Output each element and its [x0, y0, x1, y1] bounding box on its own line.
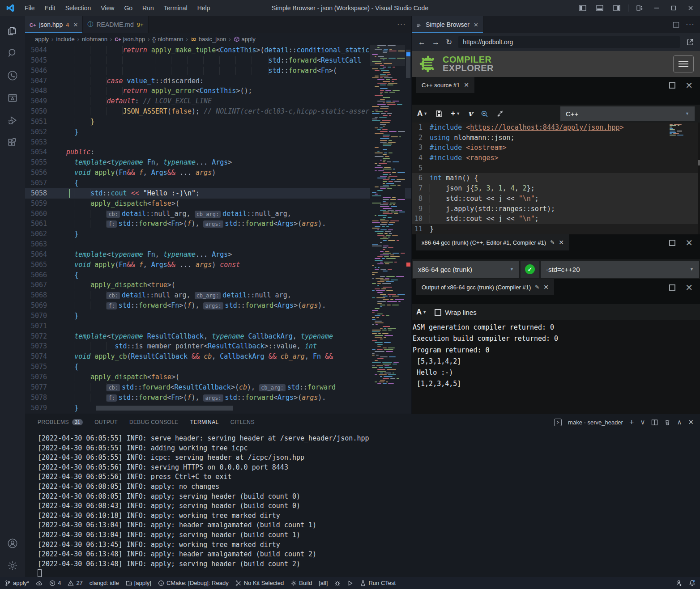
close-pane-icon[interactable]: ✕ [685, 82, 693, 89]
status-cmake-status[interactable]: CMake: [Debug]: Ready [158, 580, 229, 586]
status-cmake-kit[interactable]: No Kit Selected [235, 580, 284, 586]
back-icon[interactable]: ← [418, 38, 426, 46]
vim-mode-icon[interactable]: v [468, 109, 473, 118]
rename-pane-icon[interactable]: ✎ [550, 239, 555, 246]
language-select[interactable]: C++▼ [560, 106, 695, 121]
compiler-pane-tab[interactable]: x86-64 gcc (trunk) (C++, Editor #1, Comp… [416, 234, 569, 250]
status-debug-target[interactable] [334, 580, 341, 586]
breadcrumb-item-apply[interactable]: apply [35, 36, 49, 42]
close-pane-icon[interactable]: ✕ [559, 239, 564, 246]
menu-terminal[interactable]: Terminal [160, 3, 192, 13]
close-tab-icon[interactable]: ✕ [474, 21, 478, 28]
close-pane-icon[interactable]: ✕ [543, 284, 549, 291]
panel-tab-gitlens[interactable]: GITLENS [230, 414, 255, 430]
maximize-panel-icon[interactable]: ∧ [677, 418, 682, 426]
status-publish-changes[interactable] [36, 580, 43, 586]
minimap[interactable] [370, 45, 405, 414]
status-clangd-status[interactable]: clangd: idle [90, 580, 119, 586]
breadcrumb-item-apply[interactable]: apply [234, 36, 256, 42]
code-editor[interactable]: 5044 return apply_make_tuple<ConstThis>(… [25, 45, 411, 414]
terminal-output[interactable]: [2022-04-30 06:05:55] INFO: serve_header… [25, 430, 700, 577]
split-editor-icon[interactable] [673, 21, 679, 28]
close-pane-icon[interactable]: ✕ [685, 240, 693, 246]
panel-tab-problems[interactable]: PROBLEMS31 [38, 414, 83, 430]
menu-selection[interactable]: Selection [61, 3, 95, 13]
activitybar-files-icon[interactable] [2, 20, 23, 42]
toggle-sidebar-icon[interactable] [575, 2, 590, 14]
add-pane-icon[interactable]: +▼ [451, 109, 460, 118]
tool-icon[interactable] [496, 110, 504, 117]
tab-simple-browser[interactable]: Simple Browser ✕ [412, 16, 483, 33]
status-git-branch[interactable]: apply* [4, 580, 29, 586]
activitybar-debug-icon[interactable] [2, 109, 23, 131]
reload-icon[interactable]: ↻ [446, 38, 452, 46]
panel-tab-debug-console[interactable]: DEBUG CONSOLE [129, 414, 179, 430]
panel-tab-terminal[interactable]: TERMINAL [190, 414, 219, 430]
status-problems-errors[interactable]: 4 [49, 580, 61, 586]
tab-json-hpp[interactable]: C+json.hpp4✕ [25, 16, 83, 33]
activitybar-cmake-icon[interactable] [2, 87, 23, 109]
minimize-icon[interactable] [649, 2, 664, 14]
status-problems-warnings[interactable]: 27 [68, 580, 82, 586]
activitybar-search-icon[interactable] [2, 42, 23, 64]
kill-terminal-icon[interactable] [664, 419, 670, 426]
close-tab-icon[interactable]: ✕ [73, 21, 78, 28]
close-window-icon[interactable] [683, 2, 698, 14]
close-pane-icon[interactable]: ✕ [685, 284, 693, 291]
compiler-explorer-logo[interactable]: COMPILER EXPLORER [418, 54, 494, 74]
menu-file[interactable]: File [21, 3, 39, 13]
breadcrumb-item-nlohmann[interactable]: {}nlohmann [152, 36, 183, 42]
horizontal-scrollbar[interactable] [96, 406, 233, 411]
status-run-ctest[interactable]: Run CTest [360, 580, 396, 586]
url-input[interactable]: https://godbolt.org [458, 36, 680, 48]
maximize-pane-icon[interactable] [669, 240, 675, 246]
customize-layout-icon[interactable] [632, 2, 647, 14]
menu-go[interactable]: Go [120, 3, 137, 13]
status-notifications[interactable] [689, 580, 696, 586]
maximize-icon[interactable] [666, 2, 681, 14]
output-pane-tab[interactable]: Output of x86-64 gcc (trunk) (Compiler #… [416, 279, 554, 295]
compiler-options-input[interactable]: -std=c++20▼ [541, 261, 699, 278]
activitybar-settings-icon[interactable] [2, 555, 23, 577]
activitybar-source-control-icon[interactable] [2, 64, 23, 87]
status-cmake-build[interactable]: Build [290, 580, 312, 586]
new-terminal-icon[interactable]: + [629, 418, 634, 427]
menu-edit[interactable]: Edit [41, 3, 60, 13]
breadcrumb-item-include[interactable]: include [56, 36, 74, 42]
terminal-session-label[interactable]: make - serve_header [568, 419, 623, 426]
status-cmake-target[interactable]: [all] [319, 580, 328, 586]
vertical-scrollbar[interactable] [405, 45, 411, 414]
terminal-dropdown-icon[interactable]: ∨ [640, 418, 645, 426]
activitybar-extensions-icon[interactable] [2, 131, 23, 154]
zoom-icon[interactable] [481, 110, 488, 118]
font-size-icon[interactable]: A▼ [417, 109, 427, 118]
status-feedback[interactable] [676, 580, 683, 586]
menu-view[interactable]: View [97, 3, 118, 13]
breadcrumb-item-basic_json[interactable]: basic_json [191, 36, 226, 42]
activitybar-account-icon[interactable] [2, 532, 23, 555]
toggle-secondary-sidebar-icon[interactable] [609, 2, 624, 14]
tab-readme-md[interactable]: ⓘREADME.md9+ [83, 16, 148, 33]
maximize-pane-icon[interactable] [669, 284, 675, 291]
menu-help[interactable]: Help [193, 3, 214, 13]
hamburger-menu-icon[interactable] [673, 55, 694, 72]
rename-pane-icon[interactable]: ✎ [535, 284, 539, 290]
panel-tab-output[interactable]: OUTPUT [94, 414, 118, 430]
more-actions-icon[interactable]: ··· [397, 20, 406, 29]
maximize-pane-icon[interactable] [669, 82, 675, 89]
menu-run[interactable]: Run [138, 3, 158, 13]
close-panel-icon[interactable]: ✕ [688, 418, 694, 426]
source-pane-tab[interactable]: C++ source #1 ✕ [416, 77, 474, 93]
compiler-select[interactable]: x86-64 gcc (trunk)▼ [413, 261, 519, 278]
split-terminal-icon[interactable] [651, 419, 658, 426]
open-external-icon[interactable] [686, 38, 694, 46]
more-actions-icon[interactable]: ··· [686, 20, 695, 29]
status-launch-target[interactable] [347, 580, 353, 586]
godbolt-scrollbar[interactable] [698, 123, 700, 234]
wrap-lines-checkbox[interactable] [435, 309, 441, 316]
breadcrumb-item-json.hpp[interactable]: C+json.hpp [115, 36, 145, 42]
godbolt-source-editor[interactable]: 1#include <https://localhost:8443/apply/… [412, 123, 700, 234]
status-cmake-project[interactable]: [apply] [126, 580, 151, 586]
font-size-icon[interactable]: A▼ [416, 308, 427, 317]
save-icon[interactable] [435, 110, 443, 117]
